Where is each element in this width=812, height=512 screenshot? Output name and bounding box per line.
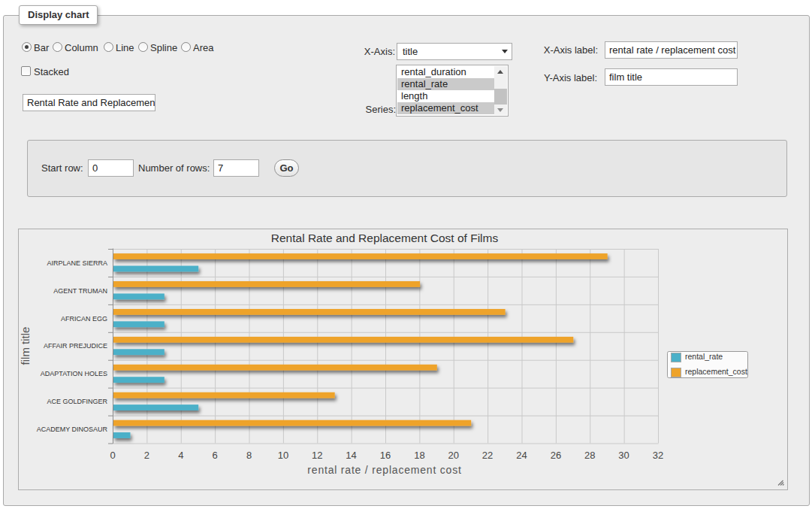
svg-text:0: 0: [110, 450, 115, 461]
svg-text:18: 18: [414, 450, 424, 461]
svg-text:10: 10: [278, 450, 288, 461]
svg-text:ACE GOLDFINGER: ACE GOLDFINGER: [47, 398, 107, 405]
svg-text:4: 4: [178, 450, 183, 461]
svg-text:28: 28: [584, 450, 595, 461]
svg-text:ADAPTATION HOLES: ADAPTATION HOLES: [41, 370, 107, 377]
svg-text:film title: film title: [19, 327, 32, 365]
svg-text:AFRICAN EGG: AFRICAN EGG: [61, 315, 107, 323]
svg-text:AGENT TRUMAN: AGENT TRUMAN: [53, 287, 107, 295]
svg-text:rental rate / replacement cost: rental rate / replacement cost: [307, 464, 461, 476]
svg-text:12: 12: [312, 450, 322, 461]
svg-text:22: 22: [482, 450, 493, 461]
svg-text:replacement_cost: replacement_cost: [685, 367, 747, 376]
svg-text:AIRPLANE SIERRA: AIRPLANE SIERRA: [47, 259, 107, 267]
svg-text:Rental Rate and Replacement Co: Rental Rate and Replacement Cost of Film…: [271, 232, 499, 244]
svg-text:20: 20: [448, 450, 459, 461]
svg-text:8: 8: [246, 450, 252, 461]
svg-text:16: 16: [380, 450, 391, 461]
svg-text:26: 26: [551, 450, 561, 461]
svg-text:2: 2: [144, 450, 149, 461]
svg-text:32: 32: [653, 450, 663, 461]
svg-text:ACADEMY DINOSAUR: ACADEMY DINOSAUR: [37, 426, 108, 433]
svg-text:14: 14: [346, 450, 356, 461]
svg-text:AFFAIR PREJUDICE: AFFAIR PREJUDICE: [44, 342, 107, 350]
svg-text:24: 24: [516, 450, 527, 461]
svg-text:30: 30: [618, 450, 629, 461]
svg-text:6: 6: [212, 450, 217, 461]
svg-text:rental_rate: rental_rate: [685, 352, 723, 361]
